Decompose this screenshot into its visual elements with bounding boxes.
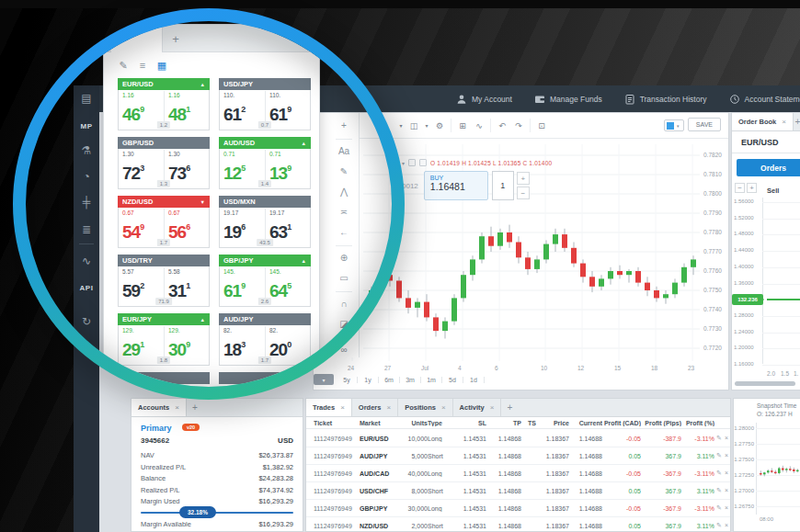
tile-header[interactable]: AUD/USD▲ <box>219 137 311 149</box>
add-tab-button[interactable]: + <box>794 113 800 130</box>
tab-positions[interactable]: Positions× <box>398 399 452 416</box>
nav-item-transaction-history[interactable]: Transaction History <box>624 94 707 105</box>
timeframe-button-1d[interactable]: 1d <box>463 377 485 383</box>
timeframe-button-1y[interactable]: 1y <box>358 377 379 383</box>
nav-item-my-account[interactable]: My Account <box>456 94 512 105</box>
table-row[interactable]: 11124976949AUD/JPY5,000Short1.145311.148… <box>306 447 730 465</box>
bid-price[interactable]: 110.612 <box>220 91 265 125</box>
quantity-increase-button[interactable]: + <box>517 172 530 185</box>
collapse-chevron-button[interactable]: ▾ <box>314 374 334 385</box>
bid-price[interactable]: 19.17196 <box>220 209 265 243</box>
tile-header[interactable]: GBP/USD <box>118 137 210 149</box>
save-button[interactable]: SAVE <box>688 118 721 131</box>
zoom-out-button[interactable]: − <box>735 183 745 193</box>
close-icon[interactable]: × <box>490 403 495 412</box>
close-trade-icon[interactable]: × <box>725 504 728 511</box>
quote-tile-gbp-usd[interactable]: GBP/USD1.307231.307361.3 <box>118 137 210 189</box>
instrument-select[interactable]: EUR/USD <box>732 131 800 153</box>
link-icon[interactable]: ∞ <box>328 343 360 357</box>
timeframe-button-1m[interactable]: 1m <box>421 377 442 383</box>
close-icon[interactable]: × <box>175 403 179 412</box>
compare-icon[interactable]: ⊞ <box>454 121 471 130</box>
tile-header[interactable]: USD/TRY <box>118 255 210 266</box>
add-tab-button[interactable]: + <box>165 25 187 52</box>
table-row[interactable]: 11124976949NZD/USD2,000Short1.145311.148… <box>306 517 730 532</box>
redo-icon[interactable]: ↷ <box>510 121 527 130</box>
tile-header[interactable]: GBP/JPY▲ <box>219 255 311 266</box>
close-icon[interactable]: × <box>441 403 446 412</box>
edit-trade-icon[interactable]: ✎ <box>716 470 722 477</box>
bid-price[interactable]: 1.30723 <box>119 150 164 184</box>
timeframe-button-6m[interactable]: 6m <box>379 377 400 383</box>
edit-trade-icon[interactable]: ✎ <box>716 452 722 459</box>
add-tab-button[interactable]: + <box>501 399 518 416</box>
tile-header[interactable]: AUD/JPY <box>219 313 311 325</box>
edit-trade-icon[interactable]: ✎ <box>716 504 722 512</box>
tab-trades[interactable]: Trades× <box>306 399 352 416</box>
fullscreen-icon[interactable]: ⊡ <box>533 121 550 130</box>
chart-type-button[interactable]: ◫ <box>406 121 422 130</box>
quote-tile-usd-mxn[interactable]: USD/MXN19.1719619.1763143.5 <box>219 196 311 248</box>
ask-price[interactable]: 1.16481 <box>165 91 210 125</box>
quote-tile-gbp-jpy[interactable]: GBP/JPY▲145.619145.6452.6 <box>219 255 311 307</box>
ask-price[interactable]: 19.17631 <box>266 209 311 243</box>
tab-order-book[interactable]: Order Book × <box>732 113 794 130</box>
quotes-active-tab[interactable] <box>111 25 163 52</box>
layout-swatch-dropdown[interactable]: ▾ <box>664 119 684 131</box>
tab-orders[interactable]: Orders× <box>352 399 398 416</box>
quantity-field[interactable]: 1 <box>492 171 514 200</box>
ask-price[interactable]: 5.58311 <box>165 267 210 301</box>
timeframe-button-3m[interactable]: 3m <box>400 377 421 383</box>
chart-type-caret[interactable]: ▾ <box>422 122 431 129</box>
grid-view-icon[interactable]: ▦ <box>154 58 170 73</box>
bid-price[interactable]: 5.57592 <box>119 267 164 301</box>
close-icon[interactable]: × <box>782 118 786 126</box>
bid-price[interactable]: 82.183 <box>220 326 265 360</box>
account-name[interactable]: Primary <box>141 424 172 433</box>
ask-price[interactable]: 110.619 <box>266 91 311 125</box>
quote-tile-usd-jpy[interactable]: USD/JPY110.612110.6190.7 <box>219 78 311 130</box>
bid-price[interactable]: 0.67549 <box>119 209 164 243</box>
close-icon[interactable]: × <box>340 403 345 412</box>
orders-button[interactable]: Orders <box>737 159 800 176</box>
ask-price[interactable]: 1.30736 <box>165 150 210 184</box>
ask-price[interactable]: 145.645 <box>266 267 311 301</box>
quote-tile-eur-jpy[interactable]: EUR/JPY▲129.291129.3091.8 <box>118 313 210 366</box>
close-trade-icon[interactable]: × <box>725 452 728 458</box>
close-trade-icon[interactable]: × <box>725 487 728 493</box>
bid-price[interactable]: 145.619 <box>220 267 265 301</box>
bid-price[interactable]: 0.71125 <box>220 150 265 184</box>
edit-trade-icon[interactable]: ✎ <box>716 487 722 494</box>
ask-price[interactable]: 82.200 <box>266 326 311 360</box>
close-trade-icon[interactable]: × <box>725 470 728 476</box>
table-row[interactable]: 11124976949AUD/CAD40,000Long1.145311.148… <box>306 465 730 482</box>
sell-price-partial[interactable]: 0012 <box>402 182 418 190</box>
order-book-scrollbar[interactable] <box>735 381 795 386</box>
indicators-icon[interactable]: ∿ <box>471 121 487 130</box>
quote-tile-usd-try[interactable]: USD/TRY5.575925.5831171.9 <box>118 255 210 307</box>
close-trade-icon[interactable]: × <box>725 435 728 441</box>
add-tab-button[interactable]: + <box>187 399 203 416</box>
quote-tile-aud-jpy[interactable]: AUD/JPY82.18382.2001.7 <box>219 313 311 366</box>
legend-settings-icon[interactable] <box>419 159 427 166</box>
ask-price[interactable]: 0.67566 <box>165 209 210 243</box>
buy-button[interactable]: BUY 1.16481 <box>424 171 488 200</box>
tile-header[interactable]: USD/JPY <box>219 78 311 90</box>
nav-item-account-statements[interactable]: Account Statements <box>729 94 800 105</box>
pencil-icon[interactable]: ✎ <box>115 58 131 73</box>
edit-trade-icon[interactable]: ✎ <box>716 522 722 529</box>
tile-header[interactable]: USD/MXN <box>219 196 311 208</box>
table-row[interactable]: 11124976949EUR/USD10,000Long1.145311.148… <box>306 430 730 447</box>
quantity-decrease-button[interactable]: − <box>517 187 530 199</box>
legend-toggle-icon[interactable] <box>408 159 416 166</box>
zoom-in-button[interactable]: + <box>747 183 757 193</box>
settings-icon[interactable]: ⚙ <box>431 121 448 130</box>
ask-price[interactable]: 0.71139 <box>266 150 311 184</box>
table-row[interactable]: 11124976949USD/CHF8,000Short1.145311.148… <box>306 482 730 500</box>
bid-price[interactable]: 129.291 <box>119 326 164 360</box>
tile-header[interactable]: EUR/JPY▲ <box>118 313 210 325</box>
undo-icon[interactable]: ↶ <box>494 121 510 130</box>
edit-trade-icon[interactable]: ✎ <box>716 435 722 442</box>
nav-item-manage-funds[interactable]: Manage Funds <box>534 94 602 105</box>
chevron-down-icon[interactable]: ▾ <box>402 160 405 166</box>
